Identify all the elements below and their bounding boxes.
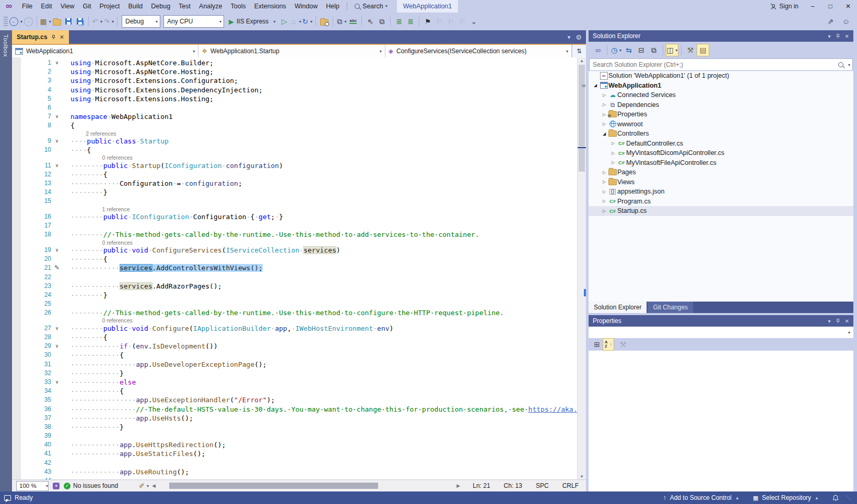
close-icon[interactable]: ✕ (845, 318, 849, 324)
code-line-35[interactable]: 35················app.UseExceptionHandle… (12, 395, 578, 404)
start-debugging-button[interactable]: ▶IIS Express▾ (226, 15, 278, 28)
tree-item-properties[interactable]: ▷⚒Properties (589, 110, 853, 119)
hot-reload-icon[interactable]: ♨▾ (290, 15, 301, 28)
codelens-references[interactable]: 0 references (12, 317, 578, 323)
code-line-40[interactable]: 40············app.UseHttpsRedirection(); (12, 440, 578, 449)
code-line-29[interactable]: 29∨············if·(env.IsDevelopment()) (12, 342, 578, 351)
categorized-view-icon[interactable]: ⊞ (591, 338, 603, 351)
scroll-up-icon[interactable]: ▲ (578, 58, 586, 63)
tab-git-changes[interactable]: Git Changes (648, 302, 693, 313)
nested-view-icon[interactable]: ⧉ (648, 44, 660, 56)
prev-bookmark-icon[interactable]: ⚐ (433, 15, 445, 28)
undo-icon[interactable]: ↶▾ (91, 15, 103, 28)
nav-forward-icon[interactable]: → (22, 15, 34, 28)
editor-vertical-scrollbar[interactable]: ▲ ▼ (577, 57, 586, 480)
tree-item-pages[interactable]: ▷Pages (589, 167, 853, 177)
code-line-13[interactable]: 13············Configuration·=·configurat… (12, 179, 578, 188)
tree-item-myvintasoftdicomapicontroller-cs[interactable]: ▷C#MyVintasoftDicomApiController.cs (589, 148, 853, 158)
scroll-right-icon[interactable]: ▶ (456, 483, 460, 488)
code-line-17[interactable]: 17 (12, 221, 578, 230)
code-line-24[interactable]: 24········} (12, 291, 578, 299)
decrease-indent-icon[interactable]: ≣ (393, 15, 405, 28)
menu-build[interactable]: Build (124, 0, 147, 13)
window-position-dropdown-icon[interactable]: ▾ (828, 318, 831, 324)
code-line-2[interactable]: 2using·Microsoft.AspNetCore.Hosting; (12, 67, 578, 76)
new-project-icon[interactable]: ▦▾ (40, 15, 51, 28)
collapse-all-icon[interactable]: ⊟ (635, 44, 648, 56)
tree-item-dependencies[interactable]: ▷⧉Dependencies (589, 100, 853, 110)
tree-item-appsettings-json[interactable]: ▷{}appsettings.json (589, 187, 853, 197)
expand-arrow-icon[interactable]: ▷ (609, 160, 617, 165)
collapse-arrow-icon[interactable]: ◢ (592, 83, 599, 88)
code-line-21[interactable]: 21✎············services.AddControllersWi… (12, 263, 578, 272)
select-mode-icon[interactable]: ⇖ (365, 15, 376, 28)
code-line-20[interactable]: 20········{ (12, 255, 578, 263)
code-line-11[interactable]: 11∨········public·Startup(IConfiguration… (12, 161, 578, 170)
codelens-references[interactable]: 2 references (12, 130, 578, 137)
find-in-files-icon[interactable] (319, 15, 330, 28)
tab-list-dropdown-icon[interactable]: ▾ (568, 34, 571, 41)
menu-window[interactable]: Window (290, 0, 322, 13)
nav-back-icon[interactable]: ←▾ (9, 15, 22, 28)
copy-structure-icon[interactable]: ⧉ (376, 15, 388, 28)
pending-changes-filter-icon[interactable]: ◷▾ (610, 44, 623, 56)
scroll-down-icon[interactable]: ▼ (578, 474, 586, 479)
code-line-41[interactable]: 41············app.UseStaticFiles(); (12, 449, 578, 458)
nav-dropdown-method[interactable]: ◈ConfigureServices(IServiceCollection se… (385, 45, 572, 57)
code-line-25[interactable]: 25 (12, 299, 578, 308)
code-line-1[interactable]: 1∨using·Microsoft.AspNetCore.Builder; (12, 58, 578, 67)
tree-item-solution-webapplication1-1-of-1-project[interactable]: ∞Solution 'WebApplication1' (1 of 1 proj… (589, 71, 853, 81)
tab-solution-explorer[interactable]: Solution Explorer (589, 302, 647, 313)
code-line-6[interactable]: 6 (12, 103, 578, 112)
space-mode-indicator[interactable]: SPC (536, 482, 549, 489)
select-repository-button[interactable]: ▦ Select Repository ▲ (753, 494, 819, 501)
increase-indent-icon[interactable]: ≣ (405, 15, 416, 28)
code-line-10[interactable]: 10····{ (12, 146, 578, 154)
minimize-button[interactable]: – (804, 0, 821, 13)
feedback-icon[interactable]: ☺ (840, 15, 852, 28)
split-editor-button[interactable]: ⇅ (572, 45, 586, 57)
preview-selected-items-icon[interactable]: ▤ (697, 44, 709, 56)
expand-arrow-icon[interactable]: ▷ (601, 189, 608, 194)
pin-icon[interactable] (51, 34, 56, 40)
menu-file[interactable]: File (18, 0, 37, 13)
line-indicator[interactable]: Ln: 21 (473, 482, 490, 489)
codelens-references[interactable]: 0 references (12, 154, 578, 161)
maximize-button[interactable]: □ (821, 0, 839, 13)
code-line-32[interactable]: 32············} (12, 369, 578, 378)
code-line-31[interactable]: 31················app.UseDeveloperExcept… (12, 360, 578, 369)
code-line-28[interactable]: 28········{ (12, 333, 578, 342)
code-line-7[interactable]: 7∨namespace·WebApplication1 (12, 112, 578, 121)
code-line-37[interactable]: 37················app.UseHsts(); (12, 414, 578, 423)
code-line-43[interactable]: 43············app.UseRouting(); (12, 467, 578, 476)
code-line-33[interactable]: 33∨············else (12, 378, 578, 387)
menu-view[interactable]: View (56, 0, 79, 13)
properties-object-combo[interactable]: ▾ (589, 327, 853, 339)
open-file-icon[interactable] (51, 15, 63, 28)
code-line-34[interactable]: 34············{ (12, 387, 578, 395)
tab-options-gear-icon[interactable]: ⚙ (576, 33, 582, 41)
spell-check-icon[interactable]: abc (347, 15, 359, 28)
collapse-arrow-icon[interactable]: ◢ (601, 131, 608, 136)
live-preview-icon[interactable]: ⧉▾ (336, 15, 347, 28)
feedback-bubble-icon[interactable] (4, 495, 11, 501)
share-icon[interactable]: ⇗ (825, 15, 836, 28)
code-line-27[interactable]: 27∨········public·void·Configure(IApplic… (12, 324, 578, 333)
expand-arrow-icon[interactable]: ▷ (601, 122, 608, 126)
expand-arrow-icon[interactable]: ▷ (601, 102, 608, 107)
restart-app-icon[interactable]: ↻▾ (301, 15, 313, 28)
code-line-8[interactable]: 8{ (12, 121, 578, 130)
expand-arrow-icon[interactable]: ▷ (609, 141, 617, 146)
toolbar-overflow-icon[interactable]: ⌄ (468, 15, 479, 28)
active-project-menu[interactable]: WebApplication1 (397, 0, 459, 13)
column-indicator[interactable]: Ch: 13 (504, 482, 522, 489)
search-input[interactable] (590, 61, 838, 68)
menu-project[interactable]: Project (96, 0, 124, 13)
code-cleanup-button[interactable]: ✐▾ (139, 482, 149, 490)
tree-item-connected-services[interactable]: ▷☁Connected Services (589, 90, 853, 100)
expand-arrow-icon[interactable]: ▷ (601, 170, 608, 175)
expand-arrow-icon[interactable]: ▷ (601, 209, 608, 213)
code-line-30[interactable]: 30············{ (12, 351, 578, 359)
code-line-14[interactable]: 14········} (12, 188, 578, 197)
property-pages-wrench-icon[interactable]: ⚒ (617, 338, 629, 351)
